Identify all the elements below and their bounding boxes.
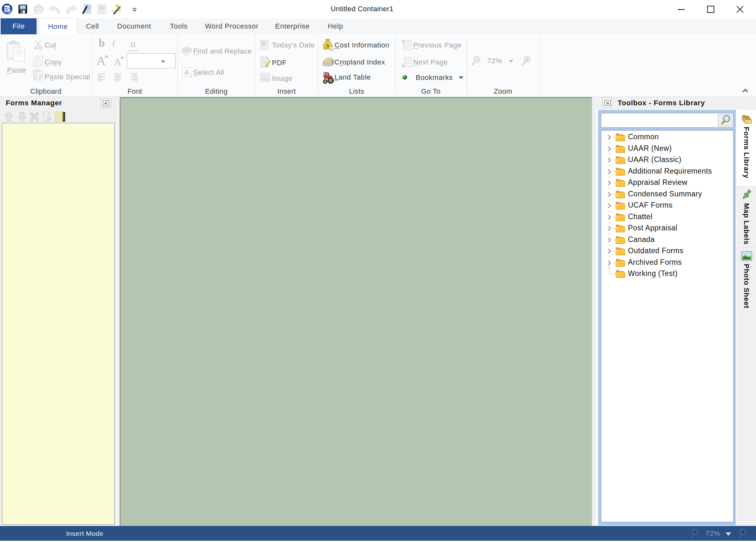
svg-text:1: 1 [101, 6, 103, 10]
svg-text:$: $ [326, 43, 329, 49]
svg-text:1: 1 [263, 42, 265, 45]
svg-text:a: a [184, 67, 189, 76]
